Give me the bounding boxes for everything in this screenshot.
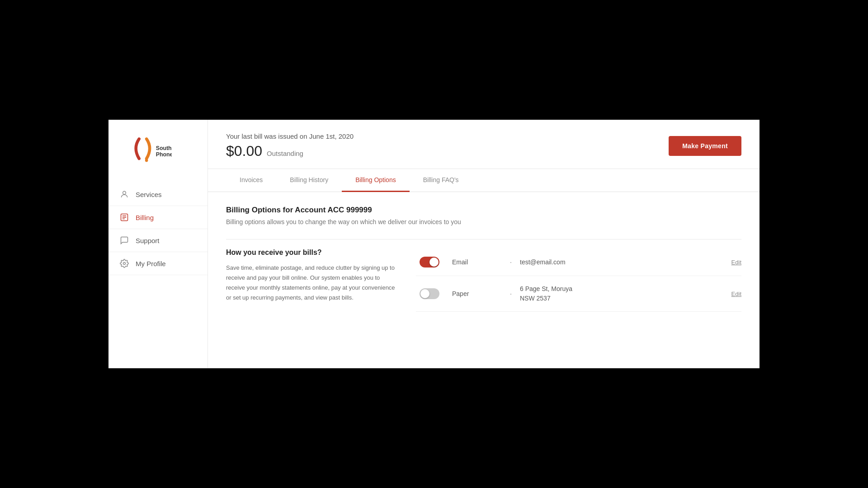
receive-bills-title: How you receive your bills? <box>226 249 398 257</box>
svg-point-3 <box>123 191 126 194</box>
person-icon <box>119 189 129 199</box>
paper-toggle-area <box>416 288 443 299</box>
bill-issued-text: Your last bill was issued on June 1st, 2… <box>226 132 354 140</box>
tab-billing-faqs[interactable]: Billing FAQ's <box>410 169 472 192</box>
nav-menu: Services Billing <box>108 183 208 275</box>
sidebar-item-services[interactable]: Services <box>108 183 208 206</box>
email-label: Email <box>452 258 506 266</box>
tab-invoices[interactable]: Invoices <box>226 169 276 192</box>
bills-options: Email · test@email.com Edit Paper <box>416 249 741 312</box>
gear-icon <box>119 258 129 268</box>
email-toggle[interactable] <box>420 257 439 267</box>
sidebar-item-billing-label: Billing <box>136 214 154 221</box>
sidebar-item-my-profile-label: My Profile <box>136 260 166 267</box>
billing-options-subtitle: Billing options allows you to change the… <box>226 218 741 225</box>
sidebar-item-my-profile[interactable]: My Profile <box>108 252 208 275</box>
email-dot: · <box>506 258 515 267</box>
sidebar-item-billing[interactable]: Billing <box>108 206 208 229</box>
logo-area: Southern Phone <box>108 120 208 178</box>
email-toggle-knob <box>429 258 439 267</box>
paper-toggle-knob <box>420 289 429 298</box>
sidebar: Southern Phone Services <box>108 120 208 368</box>
paper-address-line1: 6 Page St, Moruya <box>520 285 572 292</box>
bill-info: Your last bill was issued on June 1st, 2… <box>226 132 354 160</box>
paper-label: Paper <box>452 290 506 297</box>
tab-billing-history[interactable]: Billing History <box>276 169 342 192</box>
bill-outstanding-label: Outstanding <box>267 150 303 157</box>
bills-description: How you receive your bills? Save time, e… <box>226 249 398 303</box>
email-option-row: Email · test@email.com Edit <box>416 249 741 276</box>
main-content: Your last bill was issued on June 1st, 2… <box>208 120 760 368</box>
svg-point-8 <box>123 263 126 265</box>
email-toggle-area <box>416 257 443 267</box>
paper-address: 6 Page St, Moruya NSW 2537 <box>520 284 722 303</box>
bill-amount: $0.00 Outstanding <box>226 143 354 160</box>
bill-header: Your last bill was issued on June 1st, 2… <box>208 120 760 169</box>
email-value: test@email.com <box>520 258 722 266</box>
billing-tabs: Invoices Billing History Billing Options… <box>208 169 760 192</box>
svg-text:Phone: Phone <box>156 151 172 158</box>
receive-bills-description: Save time, eliminate postage, and reduce… <box>226 263 398 303</box>
sidebar-item-support[interactable]: Support <box>108 229 208 252</box>
sidebar-item-support-label: Support <box>136 237 160 244</box>
svg-text:Southern: Southern <box>156 145 172 151</box>
chat-icon <box>119 235 129 245</box>
billing-options-content: Billing Options for Account ACC 999999 B… <box>208 192 760 368</box>
make-payment-button[interactable]: Make Payment <box>669 136 741 156</box>
paper-toggle[interactable] <box>420 288 439 299</box>
section-divider <box>226 239 741 239</box>
email-edit-link[interactable]: Edit <box>731 259 741 266</box>
paper-address-line2: NSW 2537 <box>520 295 551 302</box>
svg-point-0 <box>145 159 148 162</box>
tab-billing-options[interactable]: Billing Options <box>342 169 410 192</box>
paper-option-row: Paper · 6 Page St, Moruya NSW 2537 Edit <box>416 276 741 312</box>
bill-amount-value: $0.00 <box>226 143 262 160</box>
billing-options-title: Billing Options for Account ACC 999999 <box>226 206 741 215</box>
southern-phone-logo: Southern Phone <box>118 133 172 165</box>
paper-dot: · <box>506 289 515 299</box>
billing-icon <box>119 212 129 222</box>
paper-edit-link[interactable]: Edit <box>731 291 741 297</box>
bills-section: How you receive your bills? Save time, e… <box>226 249 741 312</box>
sidebar-item-services-label: Services <box>136 191 162 198</box>
